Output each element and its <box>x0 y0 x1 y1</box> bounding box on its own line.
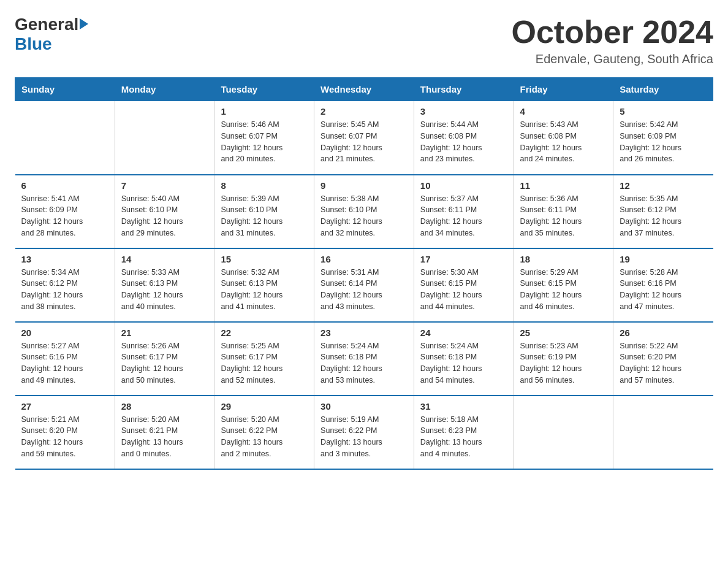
day-info: Sunrise: 5:23 AM Sunset: 6:19 PM Dayligh… <box>520 340 607 386</box>
calendar-cell: 18Sunrise: 5:29 AM Sunset: 6:15 PM Dayli… <box>514 248 613 322</box>
day-number: 8 <box>221 180 308 191</box>
day-info: Sunrise: 5:42 AM Sunset: 6:09 PM Dayligh… <box>620 119 707 165</box>
header-day-tuesday: Tuesday <box>214 78 314 101</box>
logo-general-text: General <box>15 15 78 34</box>
day-info: Sunrise: 5:31 AM Sunset: 6:14 PM Dayligh… <box>320 267 408 313</box>
day-info: Sunrise: 5:43 AM Sunset: 6:08 PM Dayligh… <box>520 119 607 165</box>
day-number: 3 <box>420 106 507 117</box>
calendar-cell: 2Sunrise: 5:45 AM Sunset: 6:07 PM Daylig… <box>314 101 414 175</box>
day-info: Sunrise: 5:36 AM Sunset: 6:11 PM Dayligh… <box>520 193 607 239</box>
logo-blue-text: Blue <box>15 34 52 54</box>
header-day-monday: Monday <box>115 78 214 101</box>
calendar-cell <box>514 396 613 469</box>
calendar-cell: 26Sunrise: 5:22 AM Sunset: 6:20 PM Dayli… <box>613 322 713 396</box>
day-number: 6 <box>21 180 108 191</box>
day-info: Sunrise: 5:21 AM Sunset: 6:20 PM Dayligh… <box>21 414 108 460</box>
day-number: 16 <box>320 254 408 264</box>
day-info: Sunrise: 5:25 AM Sunset: 6:17 PM Dayligh… <box>221 340 308 386</box>
calendar-week-1: 1Sunrise: 5:46 AM Sunset: 6:07 PM Daylig… <box>15 101 713 175</box>
calendar-cell: 23Sunrise: 5:24 AM Sunset: 6:18 PM Dayli… <box>314 322 414 396</box>
day-info: Sunrise: 5:24 AM Sunset: 6:18 PM Dayligh… <box>420 340 507 386</box>
calendar-cell: 12Sunrise: 5:35 AM Sunset: 6:12 PM Dayli… <box>613 175 713 248</box>
calendar-week-5: 27Sunrise: 5:21 AM Sunset: 6:20 PM Dayli… <box>15 396 713 469</box>
calendar-cell: 14Sunrise: 5:33 AM Sunset: 6:13 PM Dayli… <box>115 248 214 322</box>
day-info: Sunrise: 5:38 AM Sunset: 6:10 PM Dayligh… <box>320 193 408 239</box>
header-day-wednesday: Wednesday <box>314 78 414 101</box>
day-info: Sunrise: 5:33 AM Sunset: 6:13 PM Dayligh… <box>121 267 208 313</box>
day-number: 17 <box>420 254 507 264</box>
day-number: 29 <box>221 401 308 412</box>
day-number: 7 <box>121 180 208 191</box>
calendar-cell: 31Sunrise: 5:18 AM Sunset: 6:23 PM Dayli… <box>414 396 514 469</box>
day-info: Sunrise: 5:28 AM Sunset: 6:16 PM Dayligh… <box>620 267 707 313</box>
calendar-cell: 25Sunrise: 5:23 AM Sunset: 6:19 PM Dayli… <box>514 322 613 396</box>
calendar-cell: 17Sunrise: 5:30 AM Sunset: 6:15 PM Dayli… <box>414 248 514 322</box>
calendar-cell: 4Sunrise: 5:43 AM Sunset: 6:08 PM Daylig… <box>514 101 613 175</box>
month-title: October 2024 <box>512 15 714 50</box>
day-number: 9 <box>320 180 408 191</box>
calendar-cell: 8Sunrise: 5:39 AM Sunset: 6:10 PM Daylig… <box>214 175 314 248</box>
day-info: Sunrise: 5:20 AM Sunset: 6:22 PM Dayligh… <box>221 414 308 460</box>
svg-marker-0 <box>80 18 88 29</box>
day-number: 20 <box>21 327 108 338</box>
calendar-cell: 20Sunrise: 5:27 AM Sunset: 6:16 PM Dayli… <box>15 322 115 396</box>
calendar-cell: 13Sunrise: 5:34 AM Sunset: 6:12 PM Dayli… <box>15 248 115 322</box>
day-info: Sunrise: 5:35 AM Sunset: 6:12 PM Dayligh… <box>620 193 707 239</box>
calendar-cell: 30Sunrise: 5:19 AM Sunset: 6:22 PM Dayli… <box>314 396 414 469</box>
day-number: 28 <box>121 401 208 412</box>
day-info: Sunrise: 5:27 AM Sunset: 6:16 PM Dayligh… <box>21 340 108 386</box>
day-info: Sunrise: 5:32 AM Sunset: 6:13 PM Dayligh… <box>221 267 308 313</box>
header-day-thursday: Thursday <box>414 78 514 101</box>
day-info: Sunrise: 5:39 AM Sunset: 6:10 PM Dayligh… <box>221 193 308 239</box>
location-text: Edenvale, Gauteng, South Africa <box>512 52 714 66</box>
day-number: 2 <box>320 106 408 117</box>
day-info: Sunrise: 5:40 AM Sunset: 6:10 PM Dayligh… <box>121 193 208 239</box>
day-info: Sunrise: 5:34 AM Sunset: 6:12 PM Dayligh… <box>21 267 108 313</box>
day-number: 5 <box>620 106 707 117</box>
day-info: Sunrise: 5:30 AM Sunset: 6:15 PM Dayligh… <box>420 267 507 313</box>
day-info: Sunrise: 5:46 AM Sunset: 6:07 PM Dayligh… <box>221 119 308 165</box>
calendar-cell: 29Sunrise: 5:20 AM Sunset: 6:22 PM Dayli… <box>214 396 314 469</box>
day-number: 15 <box>221 254 308 264</box>
calendar-cell: 22Sunrise: 5:25 AM Sunset: 6:17 PM Dayli… <box>214 322 314 396</box>
day-number: 24 <box>420 327 507 338</box>
day-info: Sunrise: 5:37 AM Sunset: 6:11 PM Dayligh… <box>420 193 507 239</box>
day-number: 27 <box>21 401 108 412</box>
day-info: Sunrise: 5:29 AM Sunset: 6:15 PM Dayligh… <box>520 267 607 313</box>
logo: General Blue <box>15 15 89 54</box>
calendar-cell <box>15 101 115 175</box>
day-info: Sunrise: 5:26 AM Sunset: 6:17 PM Dayligh… <box>121 340 208 386</box>
day-number: 4 <box>520 106 607 117</box>
day-number: 23 <box>320 327 408 338</box>
day-info: Sunrise: 5:22 AM Sunset: 6:20 PM Dayligh… <box>620 340 707 386</box>
page-header: General Blue October 2024 Edenvale, Gaut… <box>15 15 713 66</box>
calendar-cell: 5Sunrise: 5:42 AM Sunset: 6:09 PM Daylig… <box>613 101 713 175</box>
calendar-cell: 3Sunrise: 5:44 AM Sunset: 6:08 PM Daylig… <box>414 101 514 175</box>
calendar-week-3: 13Sunrise: 5:34 AM Sunset: 6:12 PM Dayli… <box>15 248 713 322</box>
day-number: 13 <box>21 254 108 264</box>
day-number: 12 <box>620 180 707 191</box>
day-info: Sunrise: 5:19 AM Sunset: 6:22 PM Dayligh… <box>320 414 408 460</box>
calendar-cell: 19Sunrise: 5:28 AM Sunset: 6:16 PM Dayli… <box>613 248 713 322</box>
day-number: 31 <box>420 401 507 412</box>
calendar-cell: 16Sunrise: 5:31 AM Sunset: 6:14 PM Dayli… <box>314 248 414 322</box>
day-number: 30 <box>320 401 408 412</box>
calendar-header: SundayMondayTuesdayWednesdayThursdayFrid… <box>15 78 713 101</box>
day-number: 14 <box>121 254 208 264</box>
day-info: Sunrise: 5:45 AM Sunset: 6:07 PM Dayligh… <box>320 119 408 165</box>
day-info: Sunrise: 5:18 AM Sunset: 6:23 PM Dayligh… <box>420 414 507 460</box>
calendar-cell: 15Sunrise: 5:32 AM Sunset: 6:13 PM Dayli… <box>214 248 314 322</box>
day-number: 19 <box>620 254 707 264</box>
day-number: 1 <box>221 106 308 117</box>
header-day-sunday: Sunday <box>15 78 115 101</box>
day-number: 21 <box>121 327 208 338</box>
header-row: SundayMondayTuesdayWednesdayThursdayFrid… <box>15 78 713 101</box>
day-number: 18 <box>520 254 607 264</box>
calendar-cell: 11Sunrise: 5:36 AM Sunset: 6:11 PM Dayli… <box>514 175 613 248</box>
calendar-cell: 27Sunrise: 5:21 AM Sunset: 6:20 PM Dayli… <box>15 396 115 469</box>
calendar-cell: 10Sunrise: 5:37 AM Sunset: 6:11 PM Dayli… <box>414 175 514 248</box>
header-day-saturday: Saturday <box>613 78 713 101</box>
calendar-cell: 6Sunrise: 5:41 AM Sunset: 6:09 PM Daylig… <box>15 175 115 248</box>
header-day-friday: Friday <box>514 78 613 101</box>
day-info: Sunrise: 5:20 AM Sunset: 6:21 PM Dayligh… <box>121 414 208 460</box>
